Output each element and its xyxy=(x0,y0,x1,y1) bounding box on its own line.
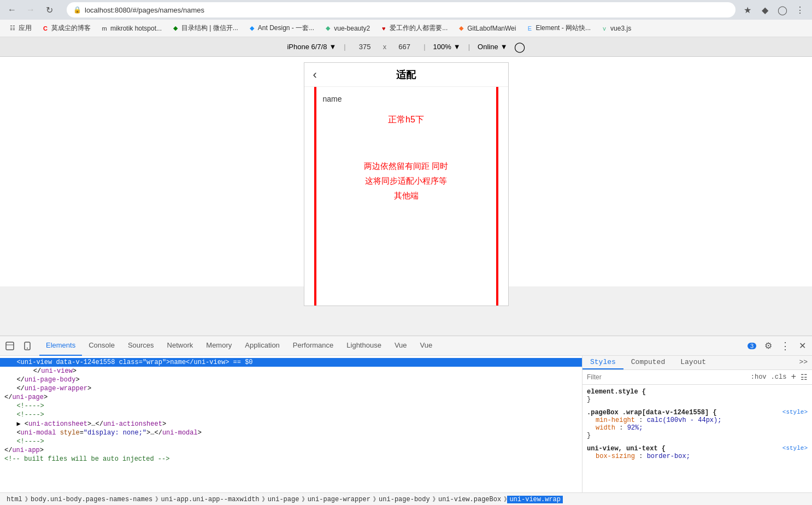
breadcrumb-body[interactable]: body.uni-body.pages-names-names xyxy=(28,496,155,503)
bookmark-aigongzuo[interactable]: ♥ 爱工作的人都需要... xyxy=(375,22,452,34)
close-devtools-button[interactable]: ✕ xyxy=(795,338,810,354)
styles-filter-input[interactable] xyxy=(587,373,746,381)
tab-vue2[interactable]: Vue xyxy=(414,336,439,356)
bookmark-blog-label: 莫成尘的博客 xyxy=(51,24,91,33)
zoom-selector[interactable]: 100% ▼ xyxy=(433,43,461,51)
breadcrumb-bar: html ❱ body.uni-body.pages-names-names ❱… xyxy=(0,492,812,505)
width-input[interactable] xyxy=(354,43,376,51)
profile-button[interactable]: ◯ xyxy=(775,2,790,17)
elem-comment-injected[interactable]: <!-- built files will be auto injected -… xyxy=(0,455,582,463)
extension-button[interactable]: ◆ xyxy=(757,2,773,17)
mobile-text-desc: 两边依然留有间距 同时 这将同步适配小程序等 其他端 xyxy=(310,158,503,203)
elem-comment-1[interactable]: <!----> xyxy=(0,402,582,410)
notification-badge: 3 xyxy=(748,343,756,349)
breadcrumb-html[interactable]: html xyxy=(4,496,25,503)
elem-comment-3[interactable]: <!----> xyxy=(0,437,582,446)
tab-memory[interactable]: Memory xyxy=(199,336,238,356)
elem-line-modal[interactable]: <uni-modal style="display: none;">…</uni… xyxy=(0,428,582,437)
styles-tab-layout[interactable]: Layout xyxy=(673,356,714,369)
bookmarks-bar: ☷ 应用 C 莫成尘的博客 m mikrotik hotspot... ◆ 目录… xyxy=(0,20,812,37)
device-dropdown-icon: ▼ xyxy=(329,43,336,51)
bookmark-mikrotik[interactable]: m mikrotik hotspot... xyxy=(96,24,166,33)
tab-elements[interactable]: Elements xyxy=(39,336,82,356)
more-button[interactable]: ⋮ xyxy=(792,2,808,17)
height-input[interactable] xyxy=(393,43,416,51)
reload-button[interactable]: ↻ xyxy=(42,2,57,17)
device-toggle-button[interactable] xyxy=(20,338,35,354)
devtools-tabs: Elements Console Sources Network Memory … xyxy=(0,336,812,356)
breadcrumb-unipage[interactable]: uni-page xyxy=(266,496,302,503)
elem-comment-2[interactable]: <!----> xyxy=(0,410,582,419)
tab-network[interactable]: Network xyxy=(161,336,200,356)
filter-cls-button[interactable]: .cls xyxy=(771,373,787,381)
style-prop-width: width xyxy=(596,424,615,432)
bookmark-apps[interactable]: ☷ 应用 xyxy=(4,22,36,34)
elem-line-close-page-body[interactable]: </uni-page-body> xyxy=(0,375,582,384)
breadcrumb-wrap[interactable]: uni-view.wrap xyxy=(507,496,563,503)
svg-rect-0 xyxy=(6,342,14,350)
style-selector-element: element.style { xyxy=(587,388,646,396)
forward-button[interactable]: → xyxy=(23,2,38,17)
style-rule-element: element.style { } xyxy=(587,388,808,403)
mobile-header: ‹ 适配 xyxy=(304,63,508,87)
selected-element-line[interactable]: <uni-view data-v-124e1558 class="wrap">n… xyxy=(0,358,582,367)
online-selector[interactable]: Online ▼ xyxy=(478,43,507,51)
breadcrumb-pagewrapper[interactable]: uni-page-wrapper xyxy=(305,496,373,503)
devtools-panel: Elements Console Sources Network Memory … xyxy=(0,336,812,505)
network-status: Online xyxy=(478,43,498,51)
elem-line-close-page-wrapper[interactable]: </uni-page-wrapper> xyxy=(0,384,582,393)
device-selector[interactable]: iPhone 6/7/8 ▼ xyxy=(287,43,336,51)
bookmark-star-button[interactable]: ★ xyxy=(740,2,755,17)
network-dropdown-icon: ▼ xyxy=(501,43,508,51)
bookmark-wechat[interactable]: ◆ 目录结构 | 微信开... xyxy=(167,22,243,34)
address-bar[interactable]: 🔒 localhost:8080/#/pages/names/names xyxy=(67,2,735,17)
styles-tab-styles[interactable]: Styles xyxy=(582,356,623,369)
styles-content: element.style { } .pageBox .wrap[data-v-… xyxy=(582,385,812,469)
bookmark-element[interactable]: E Element - 网站快... xyxy=(521,22,595,34)
mobile-title: 适配 xyxy=(396,68,416,81)
browser-titlebar: ← → ↻ 🔒 localhost:8080/#/pages/names/nam… xyxy=(0,0,812,20)
mobile-back-button[interactable]: ‹ xyxy=(313,68,317,82)
elements-panel: <uni-view data-v-124e1558 class="wrap">n… xyxy=(0,356,582,492)
styles-tab-computed[interactable]: Computed xyxy=(623,356,673,369)
filter-plus-button[interactable]: + xyxy=(791,372,796,382)
tab-lighthouse[interactable]: Lighthouse xyxy=(340,336,388,356)
inspect-element-button[interactable] xyxy=(2,338,17,354)
filter-hov-button[interactable]: :hov xyxy=(751,373,767,381)
bookmark-vue3[interactable]: v vue3.js xyxy=(596,24,636,33)
bookmark-mikrotik-label: mikrotik hotspot... xyxy=(110,25,162,32)
tab-vue1[interactable]: Vue xyxy=(388,336,414,356)
svg-rect-2 xyxy=(25,342,30,350)
style-selector-uniview: uni-view, uni-text { xyxy=(587,445,666,453)
elem-line-close-page[interactable]: </uni-page> xyxy=(0,393,582,402)
rotate-icon[interactable]: ◯ xyxy=(514,41,525,53)
aigongzuo-icon: ♥ xyxy=(380,25,387,32)
settings-button[interactable]: ⚙ xyxy=(761,338,776,354)
apps-icon: ☷ xyxy=(9,25,16,32)
breadcrumb-pagebox[interactable]: uni-view.pageBox xyxy=(436,496,503,503)
tab-application[interactable]: Application xyxy=(238,336,286,356)
tab-sources[interactable]: Sources xyxy=(121,336,161,356)
bookmark-gitlab[interactable]: ◆ GitLabofManWei xyxy=(453,24,520,33)
bookmark-vuebeauty-label: vue-beauty2 xyxy=(334,25,370,32)
styles-expand-button[interactable]: >> xyxy=(795,356,812,369)
breadcrumb-uniapp[interactable]: uni-app.uni-app--maxwidth xyxy=(159,496,262,503)
tab-console[interactable]: Console xyxy=(82,336,121,356)
breadcrumb-pagebody[interactable]: uni-page-body xyxy=(376,496,432,503)
styles-filter-bar: :hov .cls + ☷ xyxy=(582,370,812,385)
elem-line-close-app[interactable]: </uni-app> xyxy=(0,446,582,455)
desc-line1: 两边依然留有间距 同时 xyxy=(310,158,503,173)
mobile-frame: ‹ 适配 name 正常h5下 两边依然留有间距 同时 这将同步适配小程序等 其… xyxy=(304,62,509,306)
elem-line-actionsheet[interactable]: ▶ <uni-actionsheet>…</uni-actionsheet> xyxy=(0,419,582,428)
bookmark-vuebeauty[interactable]: ◆ vue-beauty2 xyxy=(320,24,374,33)
bookmark-antdesign[interactable]: ◆ Ant Design - 一套... xyxy=(244,22,319,34)
back-button[interactable]: ← xyxy=(4,2,20,17)
bookmark-wechat-label: 目录结构 | 微信开... xyxy=(181,24,238,33)
elem-line-close-uni-view[interactable]: </uni-view> xyxy=(0,367,582,375)
styles-extra-icon[interactable]: ☷ xyxy=(801,373,808,382)
style-source-uniview: <style> xyxy=(782,445,808,451)
devtools-more-button[interactable]: ⋮ xyxy=(778,340,792,352)
bookmark-blog[interactable]: C 莫成尘的博客 xyxy=(37,22,95,34)
tab-performance[interactable]: Performance xyxy=(286,336,340,356)
devtools-right-icons: 3 ⚙ ⋮ ✕ xyxy=(748,338,810,354)
